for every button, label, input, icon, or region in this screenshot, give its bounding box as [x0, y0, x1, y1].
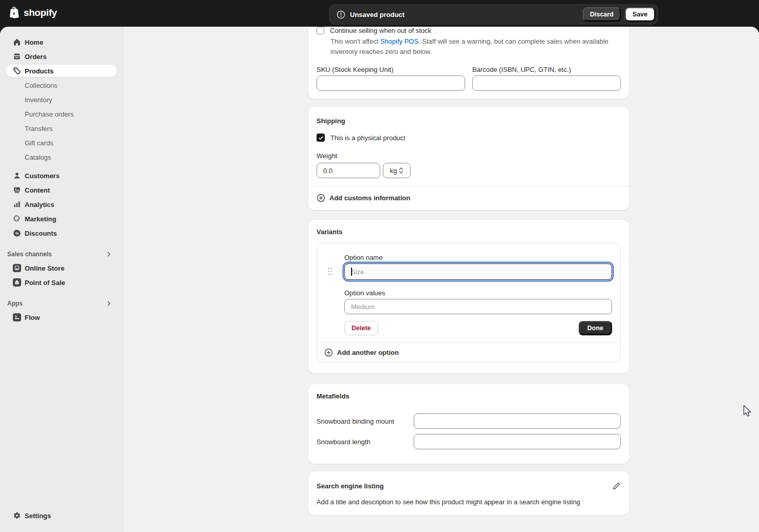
sidebar-item-discounts[interactable]: % Discounts	[6, 227, 117, 239]
sidebar-item-products[interactable]: Products	[6, 65, 117, 77]
edit-pencil-icon[interactable]	[612, 482, 621, 490]
variants-title: Variants	[317, 228, 621, 236]
save-button[interactable]: Save	[625, 7, 655, 22]
barcode-field-group: Barcode (ISBN, UPC, GTIN, etc.)	[472, 66, 621, 91]
shopify-logo[interactable]: s shopify	[8, 6, 57, 20]
sidebar-subitem-label: Inventory	[25, 96, 52, 104]
sidebar-item-customers[interactable]: Customers	[6, 169, 117, 182]
apps-header[interactable]: Apps	[1, 297, 117, 310]
add-customs-button[interactable]: Add customs information	[308, 187, 629, 209]
sidebar-item-label: Point of Sale	[25, 279, 65, 287]
weight-input[interactable]	[317, 163, 380, 178]
sidebar-item-point-of-sale[interactable]: s Point of Sale	[6, 276, 117, 289]
metafield-row: Snowboard length	[317, 434, 621, 449]
physical-product-checkbox[interactable]	[317, 134, 325, 142]
sidebar-subitem-label: Catalogs	[25, 154, 51, 161]
sidebar-item-purchase-orders[interactable]: Purchase orders	[6, 108, 117, 120]
sidebar-subitem-label: Gift cards	[25, 139, 53, 147]
sidebar-item-online-store[interactable]: Online Store	[6, 262, 117, 274]
option-values-label: Option values	[344, 289, 612, 297]
sidebar-item-catalogs[interactable]: Catalogs	[6, 151, 117, 163]
sidebar-item-content[interactable]: Content	[6, 184, 117, 196]
shopify-bag-icon: s	[8, 6, 20, 20]
sidebar-nav: Home Orders Products Collections Invento…	[0, 27, 123, 532]
seo-description: Add a title and description to see how t…	[317, 498, 621, 506]
delete-option-button[interactable]: Delete	[344, 321, 378, 335]
continue-selling-checkbox[interactable]	[317, 27, 324, 34]
sku-label: SKU (Stock Keeping Unit)	[317, 66, 465, 73]
customers-icon	[13, 172, 21, 180]
sidebar-item-orders[interactable]: Orders	[6, 50, 117, 63]
main-area: Continue selling when out of stock This …	[123, 27, 759, 532]
discard-button[interactable]: Discard	[583, 7, 621, 22]
continue-selling-help-text: This won't affect Shopify POS. Staff wil…	[330, 36, 612, 57]
sidebar-item-label: Content	[25, 186, 50, 194]
option-name-input[interactable]	[344, 263, 612, 280]
metafields-title: Metafields	[317, 392, 621, 400]
sidebar-item-label: Customers	[25, 172, 60, 180]
inventory-card: Continue selling when out of stock This …	[308, 27, 629, 99]
sidebar-item-label: Analytics	[25, 201, 54, 208]
stepper-chevrons-icon	[399, 167, 403, 174]
svg-text:s: s	[13, 11, 15, 16]
app-frame: Home Orders Products Collections Invento…	[0, 27, 759, 532]
sidebar-item-label: Online Store	[25, 264, 64, 272]
sidebar-item-flow[interactable]: Flow	[6, 311, 117, 324]
metafield-label: Snowboard binding mount	[317, 417, 414, 425]
marketing-icon	[13, 215, 21, 223]
seo-title: Search engine listing	[317, 482, 384, 490]
metafield-label: Snowboard length	[317, 438, 414, 446]
sidebar-item-home[interactable]: Home	[6, 36, 117, 48]
sidebar-item-collections[interactable]: Collections	[6, 79, 117, 91]
option-value-input[interactable]	[344, 299, 612, 314]
sidebar-item-settings[interactable]: Settings	[6, 509, 117, 522]
variant-option-editor: Option name Option values Delete Done	[317, 243, 621, 363]
gear-icon	[13, 511, 21, 520]
text-caret	[351, 268, 352, 276]
sidebar-item-marketing[interactable]: Marketing	[6, 213, 117, 225]
sku-field-group: SKU (Stock Keeping Unit)	[317, 66, 465, 91]
snowboard-binding-mount-input[interactable]	[414, 413, 621, 429]
orders-icon	[13, 52, 21, 61]
shopify-wordmark: shopify	[24, 7, 57, 18]
sales-channels-header[interactable]: Sales channels	[1, 248, 117, 260]
sidebar-item-gift-cards[interactable]: Gift cards	[6, 137, 117, 149]
content-icon	[13, 186, 21, 194]
sidebar-item-label: Settings	[25, 512, 51, 520]
physical-product-label: This is a physical product	[330, 134, 405, 142]
variants-card: Variants Option name Option values	[308, 220, 629, 373]
sales-channels-label: Sales channels	[7, 251, 52, 258]
add-customs-label: Add customs information	[329, 194, 410, 202]
unsaved-alert-icon	[337, 10, 345, 19]
content-column: Continue selling when out of stock This …	[308, 27, 629, 515]
flow-icon	[13, 313, 21, 321]
sidebar-item-inventory[interactable]: Inventory	[6, 93, 117, 106]
svg-text:%: %	[15, 231, 19, 236]
weight-unit-value: kg	[390, 167, 397, 175]
sidebar-item-label: Products	[25, 67, 53, 75]
done-option-button[interactable]: Done	[579, 321, 612, 335]
sidebar-subitem-label: Transfers	[25, 125, 52, 132]
continue-selling-label: Continue selling when out of stock	[330, 27, 431, 34]
barcode-input[interactable]	[472, 75, 621, 91]
shopify-pos-link[interactable]: Shopify POS	[380, 37, 418, 45]
sidebar-item-transfers[interactable]: Transfers	[6, 122, 117, 135]
sidebar-item-analytics[interactable]: Analytics	[6, 198, 117, 211]
shipping-card: Shipping This is a physical product Weig…	[308, 107, 629, 210]
option-name-label: Option name	[344, 254, 612, 261]
sidebar-subitem-label: Collections	[25, 82, 58, 89]
sku-input[interactable]	[317, 75, 465, 91]
add-another-option-button[interactable]: Add another option	[317, 343, 620, 362]
weight-unit-select[interactable]: kg	[383, 163, 411, 178]
svg-text:s: s	[16, 281, 18, 284]
drag-handle-icon[interactable]	[328, 268, 332, 277]
sidebar-subitem-label: Purchase orders	[25, 110, 73, 118]
topbar: s shopify Unsaved product Discard Save	[0, 0, 759, 27]
seo-card: Search engine listing Add a title and de…	[308, 471, 629, 515]
plus-circle-icon	[324, 348, 333, 357]
sidebar-item-label: Orders	[25, 53, 47, 61]
add-another-option-label: Add another option	[337, 349, 399, 356]
point-of-sale-icon: s	[13, 278, 21, 287]
snowboard-length-input[interactable]	[414, 434, 621, 449]
nav-gap	[0, 165, 123, 169]
